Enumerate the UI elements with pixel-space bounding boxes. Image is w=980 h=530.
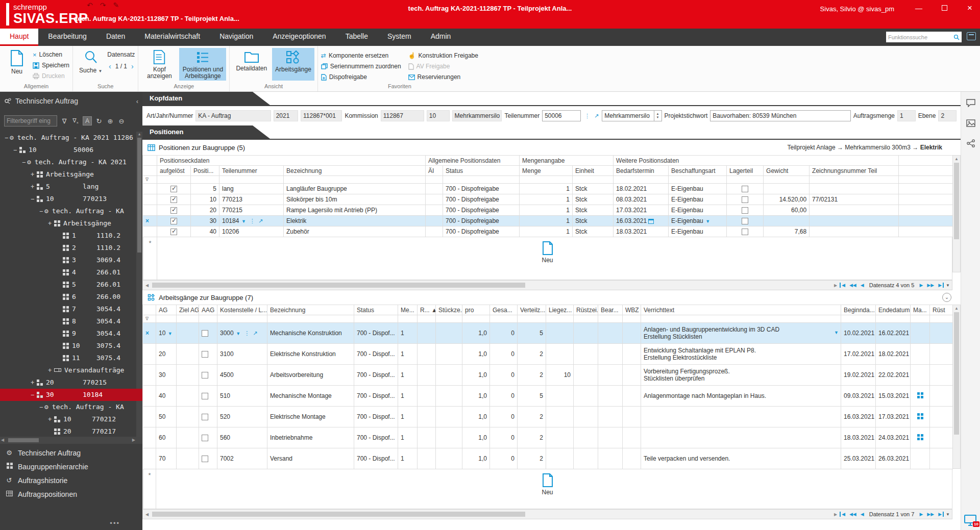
tree-item[interactable]: 73054.4 (0, 303, 142, 315)
table-row[interactable]: 40510Mechanische Montage700 - Dispof...1… (143, 386, 953, 407)
kebab-menu-icon[interactable]: ⋮ (583, 113, 591, 119)
table-row[interactable]: 5langLangläufer Baugruppe700 - Dispofrei… (143, 184, 953, 194)
filter-cell[interactable] (520, 176, 573, 184)
prev-record-icon[interactable]: ‹ (109, 62, 111, 70)
next-record-icon[interactable]: › (131, 62, 134, 70)
checkbox[interactable] (170, 186, 177, 192)
neu-button[interactable]: Neu (3, 48, 31, 81)
edit-pencil-icon[interactable]: ✎ (113, 1, 119, 9)
filter-cell[interactable] (764, 176, 810, 184)
pager-menu-icon[interactable]: ▼ (944, 512, 952, 517)
filter-cell[interactable] (354, 315, 398, 323)
column-header[interactable]: Kostenstelle / L... (217, 305, 267, 315)
column-header[interactable]: Ziel AG (177, 305, 199, 315)
filter-cell[interactable] (598, 315, 623, 323)
tree-expander[interactable]: + (46, 217, 53, 230)
tree-item[interactable]: 21110.2 (0, 242, 142, 254)
tree-expander[interactable]: − (3, 132, 10, 144)
filter-cell[interactable] (199, 315, 217, 323)
sidebar-item-auftragspositionen[interactable]: Auftragspositionen (0, 487, 142, 501)
operations-icon[interactable] (917, 392, 920, 395)
prev-page-icon[interactable]: ◀◀ (847, 512, 859, 517)
menu-navigation[interactable]: Navigation (210, 29, 263, 46)
tree-item[interactable]: −3010184 (0, 389, 142, 401)
menu-anzeigeoptionen[interactable]: Anzeigeoptionen (263, 29, 335, 46)
checkbox[interactable] (202, 330, 208, 337)
tree-expander[interactable]: + (29, 181, 36, 193)
kebab-menu-icon[interactable]: ⋮ (247, 218, 256, 224)
tree-item[interactable]: +5lang (0, 181, 142, 193)
tree-expander[interactable]: + (46, 413, 53, 425)
column-header[interactable]: pro (462, 305, 490, 315)
column-header[interactable]: Status (443, 166, 520, 176)
table-row[interactable]: 304500Arbeitsvorbereitung700 - Dispof...… (143, 365, 953, 386)
tree-expander[interactable]: + (29, 376, 36, 389)
tree-item[interactable]: 33069.4 (0, 254, 142, 266)
filter-cell[interactable] (436, 315, 462, 323)
checkbox[interactable] (202, 414, 208, 420)
sidebar-item-technischer-auftrag[interactable]: ⚙ Technischer Auftrag (0, 446, 142, 460)
column-header[interactable]: AAG (199, 305, 217, 315)
next-record-icon[interactable]: ▶ (917, 512, 925, 517)
filter-cell[interactable] (899, 176, 953, 184)
projektstichwort-field[interactable]: Bauvorhaben: 80539 München (710, 110, 850, 121)
column-header[interactable]: Ma... (911, 305, 930, 315)
tree-item[interactable]: −tech. Auftrag - KA (0, 401, 142, 413)
column-header[interactable]: Beschaffungsart (669, 166, 727, 176)
filter-cell[interactable] (546, 315, 574, 323)
checkbox[interactable] (202, 393, 208, 399)
operations-hscrollbar[interactable] (152, 511, 830, 517)
filter-cell[interactable] (841, 315, 876, 323)
column-header[interactable]: Bezeichnung (284, 166, 426, 176)
sidebar-item-auftragshistorie[interactable]: ↺ Auftragshistorie (0, 473, 142, 487)
positions-vertical-scrollbar[interactable]: ▲ (952, 155, 961, 272)
tab-positionen[interactable]: Positionen (142, 125, 270, 139)
column-header[interactable]: R... ▲ (418, 305, 436, 315)
column-header[interactable]: Rüstzei... (574, 305, 598, 315)
operations-vertical-scrollbar[interactable]: ▲ (952, 305, 961, 469)
filter-funnel-icon[interactable]: ∇ (143, 176, 157, 184)
filter-cell[interactable] (398, 315, 418, 323)
scroll-left-icon[interactable]: ◀ (143, 283, 151, 288)
filter-cell[interactable] (156, 315, 177, 323)
operations-new-button[interactable]: Neu (542, 473, 553, 496)
filter-cell[interactable] (177, 315, 199, 323)
function-search-input[interactable]: Funktionssuche (886, 32, 962, 42)
av-freigabe-button[interactable]: AV Freigabe (408, 62, 478, 71)
calendar-icon[interactable] (648, 219, 654, 224)
prev-record-icon[interactable]: ◀ (859, 512, 866, 517)
table-row[interactable]: 20770215Rampe Lagersilo mit Antrieb (PP)… (143, 205, 953, 216)
loeschen-button[interactable]: ×Löschen (33, 50, 69, 59)
tree-expander[interactable]: − (29, 193, 36, 205)
filter-cell[interactable] (623, 315, 641, 323)
tree-item[interactable]: −tech. Auftrag - KA (0, 205, 142, 217)
checkbox[interactable] (202, 456, 208, 462)
filter-cell[interactable] (518, 315, 546, 323)
checkbox[interactable] (742, 207, 748, 214)
checkbox[interactable] (202, 372, 208, 378)
tree-item[interactable]: 103075.4 (0, 340, 142, 352)
operations-icon[interactable] (917, 413, 920, 416)
checkbox[interactable] (170, 218, 177, 224)
table-row[interactable]: 4010206Zubehör700 - Dispofreigabe1Stck18… (143, 226, 953, 237)
column-header[interactable]: Menge (520, 166, 573, 176)
prev-page-icon[interactable]: ◀◀ (847, 283, 859, 288)
filter-cell[interactable] (267, 315, 354, 323)
table-row[interactable]: 50520Elektrische Montage700 - Dispof...1… (143, 407, 953, 427)
filter-cell[interactable] (490, 315, 518, 323)
scroll-left-icon[interactable]: ◀ (143, 512, 151, 517)
comment-icon[interactable] (966, 99, 975, 107)
checkbox[interactable] (742, 186, 748, 192)
panel-collapse-icon[interactable]: ‹ (136, 97, 138, 105)
chat-panel-icon[interactable] (967, 32, 976, 40)
dropdown-icon[interactable]: ▼ (165, 331, 173, 336)
column-header[interactable]: Gewicht (764, 166, 810, 176)
filter-text-mode-icon[interactable]: A (83, 116, 92, 125)
filter-input[interactable] (4, 115, 57, 127)
scroll-right-icon[interactable]: ▶ (831, 512, 840, 517)
filter-cell[interactable] (574, 315, 598, 323)
maximize-button[interactable] (939, 4, 949, 12)
filter-cell[interactable] (876, 315, 911, 323)
tree-item[interactable]: 20770217 (0, 425, 142, 437)
close-button[interactable]: × (965, 3, 975, 13)
